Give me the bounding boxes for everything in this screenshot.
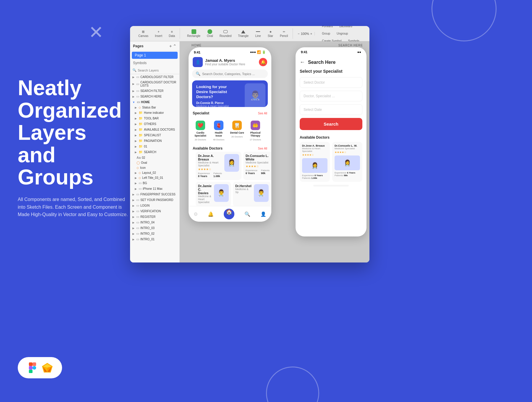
doc-card-3[interactable]: Dr.Hershel Medicine & Sp 👨‍⚕️ (233, 182, 271, 207)
user-name: Jamaal A. Myers (205, 58, 245, 63)
field-select-date[interactable]: Select Date (300, 104, 362, 115)
doc-card-2[interactable]: Dr.Jamie C. Davies Medicine & Heart Spec… (196, 182, 231, 207)
search-layers-icon: 🔍 (132, 68, 137, 72)
star-tool[interactable]: ★ Star (265, 28, 276, 39)
layer-01[interactable]: ▶ 📁 01 (132, 144, 179, 149)
svg-rect-3 (29, 369, 33, 373)
pencil-tool[interactable]: ✏ Pencil (278, 28, 290, 39)
layer-intro02[interactable]: ▶ ▭ INTRO_02 (130, 231, 179, 236)
spec-card-1[interactable]: 🫀 Health Issue 48 Doctors (210, 118, 227, 143)
nav-search[interactable]: 🔍 (244, 211, 250, 217)
search-doc-1[interactable]: Dr.Consuelo L. W. Medicine Specialist ★★… (332, 142, 362, 182)
rounded-tool[interactable]: Rounded (217, 28, 234, 39)
layer-intro01[interactable]: ▶ ▭ INTRO_01 (130, 236, 179, 242)
doc-info-3: Dr.Hershel Medicine & Sp (235, 184, 252, 194)
search-action-button[interactable]: Search (300, 118, 362, 130)
layer-cardiologist-doctor-lists[interactable]: ▶ ▭ CARDIOLOGIST DOCTOR LISTS (130, 80, 179, 88)
layer-home-indicator[interactable]: ▶ 📁 Home indicator (132, 110, 179, 116)
phone-status-bar: 9:41 ●●● 📶 🔋 (189, 47, 271, 55)
search-doc-0[interactable]: Dr.Jose A. Breaux Medicine & Heart Speci… (300, 142, 330, 182)
rectangle-tool[interactable]: Rectangle (185, 28, 203, 39)
triangle-tool[interactable]: Triangle (236, 28, 251, 39)
header-text: Jamaal A. Myers Find your suitable Docto… (205, 58, 245, 66)
symbols-item[interactable]: Symbols (130, 59, 179, 67)
svg-rect-1 (33, 362, 36, 366)
layer-register[interactable]: ▶ ▭ REGISTER (130, 214, 179, 220)
home-search-input[interactable] (202, 72, 264, 76)
phone-header-left: 👤 Jamaal A. Myers Find your suitable Doc… (193, 57, 245, 67)
layer-cardiologist-filter[interactable]: ▶ ▭ CARDIOLOGIST FILTER (130, 74, 179, 80)
group-btn[interactable]: Group (319, 31, 332, 36)
backward-btn[interactable]: Backward (337, 26, 355, 29)
ungroup-btn[interactable]: Ungroup (334, 31, 350, 36)
page-1-item[interactable]: Page 1 (132, 52, 178, 59)
spec-count-2: 20 Doctors (231, 135, 243, 138)
layer-bg[interactable]: ▶ ▭ BG (132, 180, 179, 186)
layer-search[interactable]: ▶ 📁 SEARCH (132, 149, 179, 155)
field-select-doctor[interactable]: Select Doctor (300, 77, 362, 88)
oval-tool[interactable]: Oval (205, 28, 215, 39)
nav-bell[interactable]: 🔔 (208, 211, 214, 217)
exp-stat-0: Experience 8 Years (198, 172, 210, 178)
phone-home-mockup: 9:41 ●●● 📶 🔋 👤 Jamaal A. Myers Find your… (189, 47, 271, 222)
zoom-control[interactable]: − 100% + (298, 32, 312, 35)
layer-icon[interactable]: ◇ Icon (132, 165, 179, 170)
layer-pagination[interactable]: ▶ 📁 PAGINATION (132, 138, 179, 144)
line-tool[interactable]: Line (253, 28, 263, 39)
insert-btn[interactable]: + Insert (153, 28, 165, 39)
layer-login[interactable]: ▶ ▭ LOGIN (130, 203, 179, 208)
specialist-see-all[interactable]: See All (258, 112, 267, 115)
doc-name-3: Dr.Hershel (235, 184, 252, 188)
doc-card-1[interactable]: Dr.Consuelo L. White Medicine Specialist… (243, 152, 271, 180)
layer-iphone11max[interactable]: ▶ ▭ iPhone 11 Max (132, 186, 179, 192)
bottom-nav: ⚙ 🔔 🏠 🔍 👤 (189, 206, 271, 222)
pat-stat-1: Patients 98k (261, 169, 270, 175)
nav-profile[interactable]: 👤 (260, 211, 266, 217)
layer-status-bar[interactable]: ▶ ◇ Status Bar (132, 105, 179, 110)
layer-home[interactable]: ▼ ▭ HOME (130, 99, 179, 105)
spec-card-3[interactable]: 🤲 Physical Therapy 17 Doctors (247, 118, 264, 143)
doc-card-0[interactable]: Dr.Jose A. Breaux Medicine & Heart Speci… (196, 152, 241, 180)
back-button[interactable]: ← (300, 59, 305, 65)
bg-circle-top (432, 0, 497, 41)
pages-icons[interactable]: + ⌃ (169, 44, 176, 48)
layer-verification[interactable]: ▶ ▭ VERIFICATION (130, 208, 179, 214)
layer-search-here[interactable]: ▶ ▭ SEARCH HERE (130, 94, 179, 99)
pages-header: Pages + ⌃ (130, 41, 179, 51)
scroll-indicator (313, 185, 349, 187)
layer-set-password[interactable]: ▶ ▭ SET YOUR PASSWORD (130, 197, 179, 203)
search-layers-input[interactable] (138, 69, 179, 72)
canvas-toggle[interactable]: ⊞ Canvas (136, 28, 151, 39)
forward-btn[interactable]: Forward (319, 26, 335, 29)
spec-count-0: 20 Doctors (195, 138, 206, 141)
field-doctor-specialist-value: Doctor, Specialist ... (304, 94, 359, 98)
layer-left-title[interactable]: ▶ ◇ Left Title_03_01 (132, 175, 179, 180)
doc-name-1: Dr.Consuelo L. White (246, 154, 270, 161)
layer-available-doctors[interactable]: ▶ 📁 AVAILABLE DOCTORS (132, 127, 179, 132)
hero-doctor-image: 👨‍⚕️ (245, 83, 265, 107)
layers-panel: Pages + ⌃ Page 1 Symbols 🔍 ▶ ▭ CARDIOLOG… (130, 41, 180, 262)
spec-icon-0: ❤️ (196, 121, 205, 130)
layer-tool-bar[interactable]: ▶ 📁 TOOL BAR (132, 116, 179, 121)
spec-card-0[interactable]: ❤️ Cardio Specialist 20 Doctors (192, 118, 209, 143)
layer-specialist[interactable]: ▶ 📁 SPECIALIST (132, 132, 179, 138)
home-search-bar[interactable]: 🔍 (192, 69, 268, 78)
doc-spec-0: Medicine & Heart Specialist (198, 161, 222, 167)
spec-card-2[interactable]: 🦷 Dental Care 20 Doctors (229, 118, 245, 143)
layer-search-filter[interactable]: ▶ ▭ SEARCH FILTER (130, 88, 179, 94)
data-btn[interactable]: ≡ Data (166, 28, 177, 39)
layer-intro04[interactable]: ▶ ▭ INTRO_04 (130, 220, 179, 225)
layer-oval[interactable]: ◯ Oval (132, 160, 179, 165)
nav-filter[interactable]: ⚙ (194, 211, 198, 217)
layer-layout02[interactable]: ▶ ◇ Layout_02 (132, 170, 179, 175)
layer-intro03[interactable]: ▶ ▭ INTRO_03 (130, 225, 179, 231)
avail-see-all[interactable]: See All (258, 147, 267, 150)
nav-home[interactable]: 🏠 (224, 209, 234, 219)
field-doctor-specialist[interactable]: Doctor, Specialist ... (300, 91, 362, 101)
search-doc-spec-1: Medicine Specialist (335, 147, 360, 150)
layer-fingerprint-success[interactable]: ▶ ▭ FINGERPRINT SUCCESS (130, 192, 179, 197)
layer-02-text[interactable]: Aa 02 (132, 155, 179, 160)
notification-icon[interactable]: 🔔 (259, 58, 267, 66)
layer-others[interactable]: ▶ 📁 OTHERS (132, 121, 179, 127)
doc-info-2: Dr.Jamie C. Davies Medicine & Heart Spec… (198, 184, 212, 204)
